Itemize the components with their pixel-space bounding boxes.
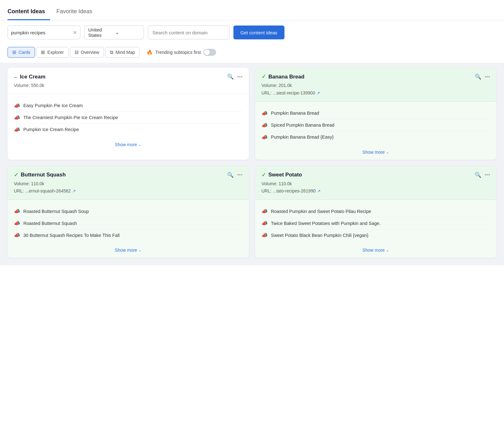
idea-text: Easy Pumpkin Pie Ice Cream (23, 103, 83, 108)
card-volume: Volume: 550.0k (14, 82, 243, 89)
show-more-label: Show more (115, 248, 137, 253)
search-card-icon[interactable]: 🔍 (227, 172, 234, 178)
list-item: 📣 Roasted Butternut Squash (14, 217, 243, 229)
card-url: URL: ...tato-recipes-261990 ↗ (261, 187, 490, 195)
chevron-down-icon: ⌄ (138, 142, 141, 147)
card-title-left: ✓ Sweet Potato (261, 172, 302, 178)
megaphone-icon: 📣 (261, 208, 268, 214)
card-sweet-potato-header: ✓ Sweet Potato 🔍 ••• Volume: 110.0k URL:… (255, 166, 496, 200)
chevron-down-icon: ⌄ (115, 30, 140, 35)
idea-text: Roasted Pumpkin and Sweet Potato Pilau R… (271, 209, 371, 214)
list-item: 📣 Pumpkin Banana Bread (261, 107, 490, 119)
megaphone-icon: 📣 (261, 122, 268, 128)
list-item: 📣 30 Butternut Squash Recipes To Make Th… (14, 229, 243, 241)
show-more-row: Show more ⌄ (255, 244, 496, 258)
show-more-label: Show more (363, 248, 385, 253)
view-explorer-button[interactable]: ⊞ Explorer (36, 47, 68, 58)
list-item: 📣 Twice Baked Sweet Potatoes with Pumpki… (261, 217, 490, 229)
card-title-left: ✓ Butternut Squash (14, 172, 66, 178)
overview-view-label: Overview (81, 50, 99, 55)
external-link-icon[interactable]: ↗ (317, 90, 320, 97)
domain-search-wrap (148, 26, 230, 39)
show-more-button[interactable]: Show more ⌄ (363, 248, 389, 253)
external-link-icon[interactable]: ↗ (72, 188, 76, 195)
country-select[interactable]: United States ⌄ (84, 26, 144, 39)
more-options-icon[interactable]: ••• (237, 172, 243, 178)
megaphone-icon: 📣 (14, 127, 20, 133)
card-actions: 🔍 ••• (227, 73, 243, 80)
trending-toggle[interactable] (203, 49, 216, 56)
show-more-button[interactable]: Show more ⌄ (363, 150, 389, 155)
external-link-icon[interactable]: ↗ (317, 188, 321, 195)
list-item: 📣 Roasted Butternut Squash Soup (14, 205, 243, 217)
more-options-icon[interactable]: ••• (484, 172, 490, 178)
card-banana-bread-header: ✓ Banana Bread 🔍 ••• Volume: 201.0k URL:… (255, 68, 496, 102)
get-content-ideas-button[interactable]: Get content ideas (233, 26, 284, 39)
search-card-icon[interactable]: 🔍 (475, 73, 481, 80)
megaphone-icon: 📣 (14, 232, 20, 238)
idea-text: Pumpkin Ice Cream Recipe (23, 127, 79, 132)
tab-favorite-ideas[interactable]: Favorite Ideas (56, 6, 97, 20)
clear-search-icon[interactable]: ✕ (73, 30, 77, 36)
megaphone-icon: 📣 (14, 208, 20, 214)
card-title: Butternut Squash (21, 172, 66, 178)
card-volume: Volume: 201.0k (261, 82, 490, 89)
show-more-row: Show more ⌄ (8, 138, 249, 152)
show-more-button[interactable]: Show more ⌄ (115, 248, 142, 253)
explorer-view-icon: ⊞ (41, 49, 45, 55)
not-favorited-icon: – (14, 74, 17, 80)
idea-text: The Creamiest Pumpkin Pie Ice Cream Reci… (23, 115, 118, 120)
cards-grid: – Ice Cream 🔍 ••• Volume: 550.0k 📣 Easy … (0, 63, 504, 265)
card-butternut-squash: ✓ Butternut Squash 🔍 ••• Volume: 110.0k … (8, 166, 249, 258)
card-sweet-potato: ✓ Sweet Potato 🔍 ••• Volume: 110.0k URL:… (255, 166, 496, 258)
favorited-check-icon: ✓ (261, 172, 266, 178)
search-card-icon[interactable]: 🔍 (227, 73, 234, 80)
view-overview-button[interactable]: ⊟ Overview (70, 47, 104, 58)
list-item: 📣 The Creamiest Pumpkin Pie Ice Cream Re… (14, 112, 243, 124)
idea-text: Pumpkin Banana Bread (271, 111, 319, 116)
card-ice-cream: – Ice Cream 🔍 ••• Volume: 550.0k 📣 Easy … (8, 68, 249, 160)
cards-view-icon: ⊞ (12, 49, 16, 55)
favorited-check-icon: ✓ (261, 73, 266, 80)
megaphone-icon: 📣 (261, 232, 268, 238)
view-mindmap-button[interactable]: ⧉ Mind Map (105, 47, 140, 58)
show-more-button[interactable]: Show more ⌄ (115, 142, 142, 147)
show-more-row: Show more ⌄ (255, 146, 496, 160)
view-cards-button[interactable]: ⊞ Cards (8, 47, 35, 58)
more-options-icon[interactable]: ••• (237, 74, 243, 80)
chevron-down-icon: ⌄ (386, 150, 389, 154)
more-options-icon[interactable]: ••• (484, 74, 490, 80)
idea-text: Sweet Potato Black Bean Pumpkin Chili {v… (271, 233, 369, 238)
idea-text: Twice Baked Sweet Potatoes with Pumpkin … (271, 221, 381, 226)
chevron-down-icon: ⌄ (386, 248, 389, 252)
megaphone-icon: 📣 (14, 115, 20, 121)
cards-view-label: Cards (19, 50, 30, 55)
keyword-search-input[interactable] (11, 30, 71, 35)
card-butternut-squash-header: ✓ Butternut Squash 🔍 ••• Volume: 110.0k … (8, 166, 249, 200)
list-item: 📣 Roasted Pumpkin and Sweet Potato Pilau… (261, 205, 490, 217)
idea-text: Pumpkin Banana Bread {Easy} (271, 135, 334, 140)
megaphone-icon: 📣 (14, 103, 20, 109)
list-item: 📣 Easy Pumpkin Pie Ice Cream (14, 100, 243, 112)
idea-text: Roasted Butternut Squash (23, 221, 77, 226)
card-volume: Volume: 110.0k (261, 180, 490, 188)
card-title: Sweet Potato (268, 172, 302, 178)
tab-content-ideas[interactable]: Content Ideas (8, 6, 50, 20)
show-more-label: Show more (363, 150, 385, 155)
toggle-knob (204, 49, 210, 55)
mindmap-view-label: Mind Map (116, 50, 135, 55)
view-toolbar: ⊞ Cards ⊞ Explorer ⊟ Overview ⧉ Mind Map… (0, 44, 504, 63)
trending-label: Trending subtopics first (155, 50, 201, 55)
explorer-view-label: Explorer (47, 50, 64, 55)
search-card-icon[interactable]: 🔍 (475, 172, 481, 178)
card-banana-bread: ✓ Banana Bread 🔍 ••• Volume: 201.0k URL:… (255, 68, 496, 160)
card-banana-bread-body: 📣 Pumpkin Banana Bread 📣 Spiced Pumpkin … (255, 102, 496, 146)
domain-search-input[interactable] (152, 30, 225, 35)
card-actions: 🔍 ••• (475, 172, 490, 178)
card-title-left: ✓ Banana Bread (261, 73, 304, 80)
list-item: 📣 Spiced Pumpkin Banana Bread (261, 119, 490, 131)
trending-wrap: 🔥 Trending subtopics first (146, 49, 216, 56)
megaphone-icon: 📣 (14, 220, 20, 226)
idea-text: 30 Butternut Squash Recipes To Make This… (23, 233, 120, 238)
app-container: Content Ideas Favorite Ideas ✕ United St… (0, 0, 504, 436)
